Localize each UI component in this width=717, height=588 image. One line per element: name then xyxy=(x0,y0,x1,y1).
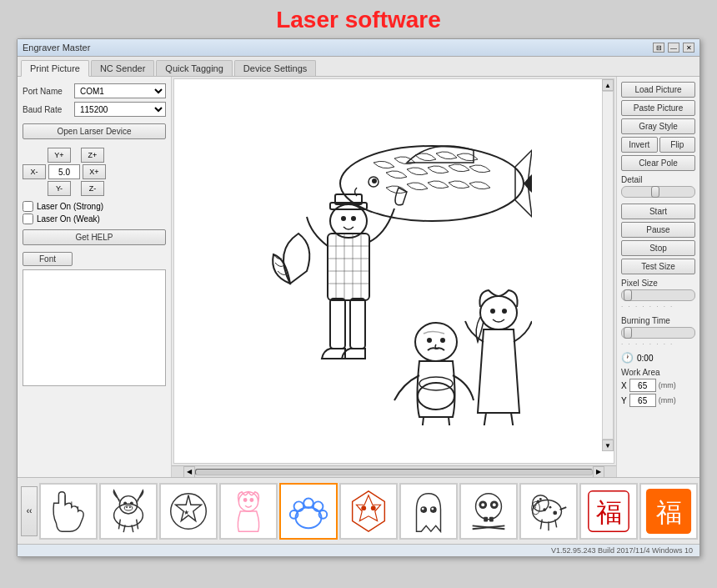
content-area: Port Name COM1 Baud Rate 115200 Open Lar… xyxy=(18,77,699,477)
laser-weak-row: Laser On (Weak) xyxy=(23,214,166,224)
vertical-scrollbar[interactable]: ▲ ▼ xyxy=(602,79,614,451)
canvas-scroll[interactable]: ▲ ▼ xyxy=(173,78,614,464)
svg-point-35 xyxy=(126,506,128,508)
baud-rate-select[interactable]: 115200 xyxy=(74,102,166,117)
autobot-icon xyxy=(343,487,394,535)
scroll-right-arrow[interactable]: ▶ xyxy=(593,466,604,478)
svg-point-19 xyxy=(415,323,457,361)
test-size-button[interactable]: Test Size xyxy=(621,259,695,274)
dir-row-middle: X- X+ xyxy=(23,164,166,179)
tab-device-settings[interactable]: Device Settings xyxy=(234,60,316,76)
thumb-ghost[interactable] xyxy=(399,483,458,540)
svg-point-0 xyxy=(340,146,524,221)
dir-row-bottom: Y- Z- xyxy=(23,181,166,196)
svg-point-43 xyxy=(296,507,322,528)
svg-rect-18 xyxy=(350,299,365,349)
laser-weak-checkbox[interactable] xyxy=(23,214,33,224)
pause-button[interactable]: Pause xyxy=(621,222,695,238)
open-device-button[interactable]: Open Larser Device xyxy=(23,123,166,139)
port-name-select[interactable]: COM1 xyxy=(74,83,166,98)
pixel-size-label: Pixel Size xyxy=(621,279,695,288)
paste-picture-button[interactable]: Paste Picture xyxy=(621,100,695,116)
svg-point-26 xyxy=(502,309,507,314)
svg-point-50 xyxy=(361,505,366,510)
svg-point-55 xyxy=(431,507,434,510)
laser-weak-label: Laser On (Weak) xyxy=(37,214,100,224)
close-button[interactable]: ✕ xyxy=(683,43,694,53)
clear-pole-button[interactable]: Clear Pole xyxy=(621,155,695,171)
thumb-bull[interactable] xyxy=(99,483,158,540)
fu-white-icon: 福 xyxy=(584,487,634,535)
thumb-anime[interactable] xyxy=(219,483,278,540)
detail-section: Detail xyxy=(621,175,695,199)
gray-style-button[interactable]: Gray Style xyxy=(621,118,695,134)
paw-icon xyxy=(283,487,333,535)
window-title: Engraver Master xyxy=(23,43,90,53)
dalmatian-icon xyxy=(524,487,574,535)
work-y-input[interactable] xyxy=(629,394,656,407)
svg-rect-3 xyxy=(328,234,369,300)
detail-label: Detail xyxy=(621,175,695,184)
y-plus-button[interactable]: Y+ xyxy=(48,148,71,163)
thumb-fu-white[interactable]: 福 xyxy=(579,483,638,540)
thumb-nav-left[interactable]: ‹‹ xyxy=(21,486,38,536)
font-button[interactable]: Font xyxy=(23,252,73,266)
work-x-label: X xyxy=(621,381,627,390)
laser-strong-label: Laser On (Strong) xyxy=(37,202,103,211)
get-help-button[interactable]: Get HELP xyxy=(23,229,166,245)
svg-point-66 xyxy=(533,495,549,510)
flip-button[interactable]: Flip xyxy=(659,137,696,153)
pixel-slider[interactable] xyxy=(621,289,695,301)
tab-nc-sender[interactable]: NC Sender xyxy=(91,60,154,76)
detail-thumb[interactable] xyxy=(651,186,659,198)
svg-point-14 xyxy=(351,216,356,221)
pixel-thumb[interactable] xyxy=(624,289,632,301)
tab-quick-tagging[interactable]: Quick Tagging xyxy=(156,60,233,76)
z-plus-button[interactable]: Z+ xyxy=(81,148,104,163)
svg-text:★: ★ xyxy=(183,508,189,515)
thumb-dalmatian[interactable] xyxy=(519,483,578,540)
window-controls: ⊟ — ✕ xyxy=(653,43,694,53)
burning-slider[interactable] xyxy=(621,327,695,339)
horizontal-scrollbar[interactable]: ◀ ▶ xyxy=(172,465,616,477)
svg-point-25 xyxy=(490,309,495,314)
step-input[interactable] xyxy=(48,164,80,179)
tab-print-picture[interactable]: Print Picture xyxy=(21,60,89,77)
restore-button[interactable]: ⊟ xyxy=(653,43,664,53)
thumb-autobot[interactable] xyxy=(339,483,398,540)
scroll-down-arrow[interactable]: ▼ xyxy=(602,440,614,451)
font-textarea[interactable] xyxy=(23,269,166,386)
detail-slider[interactable] xyxy=(621,186,695,198)
x-minus-button[interactable]: X- xyxy=(23,164,46,179)
laser-strong-checkbox[interactable] xyxy=(23,201,33,212)
y-minus-button[interactable]: Y- xyxy=(48,181,71,196)
thumb-fu-orange[interactable]: 福 xyxy=(639,483,698,540)
scroll-track-h[interactable] xyxy=(195,469,593,475)
invert-button[interactable]: Invert xyxy=(621,137,658,153)
thumb-skull[interactable] xyxy=(459,483,518,540)
hand-icon xyxy=(43,487,93,535)
port-name-label: Port Name xyxy=(23,87,71,96)
work-y-label: Y xyxy=(621,396,627,405)
work-x-input[interactable] xyxy=(629,379,656,392)
svg-point-59 xyxy=(481,503,484,506)
burning-thumb[interactable] xyxy=(624,327,632,339)
scroll-left-arrow[interactable]: ◀ xyxy=(183,466,195,478)
z-minus-button[interactable]: Z- xyxy=(81,181,104,196)
scroll-up-arrow[interactable]: ▲ xyxy=(602,79,614,91)
thumb-paw[interactable] xyxy=(279,483,338,540)
load-picture-button[interactable]: Load Picture xyxy=(621,82,695,98)
port-name-row: Port Name COM1 xyxy=(23,83,166,98)
right-panel: Load Picture Paste Picture Gray Style In… xyxy=(616,77,699,477)
burning-dots: · · · · · · · · xyxy=(621,340,695,348)
start-button[interactable]: Start xyxy=(621,204,695,219)
svg-point-22 xyxy=(418,383,454,410)
work-area-section: Work Area X (mm) Y (mm) xyxy=(621,368,695,409)
thumb-hand[interactable] xyxy=(39,483,98,540)
thumb-star[interactable]: ★ xyxy=(159,483,218,540)
scroll-track-v[interactable] xyxy=(602,91,614,440)
stop-button[interactable]: Stop xyxy=(621,240,695,256)
svg-point-30 xyxy=(114,504,143,526)
x-plus-button[interactable]: X+ xyxy=(83,164,106,179)
minimize-button[interactable]: — xyxy=(668,43,679,53)
